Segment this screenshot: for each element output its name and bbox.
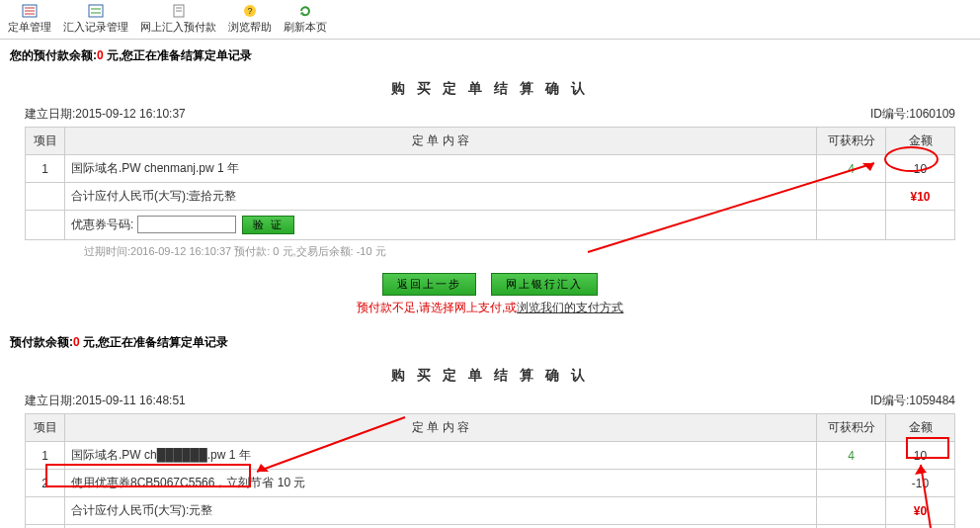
svg-text:?: ? (247, 6, 252, 16)
payment-methods-link[interactable]: 浏览我们的支付方式 (517, 301, 623, 314)
top-nav: 定单管理 汇入记录管理 网上汇入预付款 ? 浏览帮助 刷新本页 (0, 0, 980, 40)
col-content: 定 单 内 容 (65, 128, 817, 155)
nav-refresh[interactable]: 刷新本页 (284, 4, 327, 35)
col-idx: 项目 (26, 128, 65, 155)
balance-bar-2: 预付款余额:0 元,您正在准备结算定单记录 (0, 326, 980, 359)
nav-label: 网上汇入预付款 (140, 20, 216, 35)
order-table-1: 项目 定 单 内 容 可获积分 金额 1 国际域名.PW chenmanj.pw… (25, 127, 955, 240)
col-points: 可获积分 (817, 414, 886, 442)
balance-bar-1: 您的预付款余额:0 元,您正在准备结算定单记录 (0, 40, 980, 72)
col-amount: 金额 (886, 414, 955, 442)
list-icon (22, 4, 38, 18)
table-row: 1 国际域名.PW chenmanj.pw 1 年 4 10 (26, 155, 955, 183)
coupon-label: 优惠券号码: (71, 218, 133, 231)
warning-text: 预付款不足,请选择网上支付,或浏览我们的支付方式 (25, 300, 955, 316)
svg-rect-4 (89, 5, 103, 17)
bank-remit-button[interactable]: 网上银行汇入 (491, 273, 598, 296)
nav-label: 汇入记录管理 (63, 20, 128, 35)
nav-online-remit[interactable]: 网上汇入预付款 (140, 4, 216, 35)
sum-row: 合计应付人民币(大写):元整 ¥0 (26, 497, 955, 525)
nav-orders[interactable]: 定单管理 (8, 4, 51, 35)
table-row: 2 使用优惠券8CB5067C5566，立刻节省 10 元 -10 (26, 470, 955, 497)
coupon-row: 优惠券号码: 验 证 (26, 525, 955, 529)
verify-button[interactable]: 验 证 (242, 216, 294, 234)
col-idx: 项目 (26, 414, 65, 442)
section-title: 购 买 定 单 结 算 确 认 (25, 367, 955, 385)
expiry-info: 过期时间:2016-09-12 16:10:37 预付款: 0 元,交易后余额:… (25, 240, 955, 259)
col-content: 定 单 内 容 (65, 414, 817, 442)
section-title: 购 买 定 单 结 算 确 认 (25, 80, 955, 98)
nav-label: 定单管理 (8, 20, 51, 35)
created-date: 建立日期:2015-09-12 16:10:37 (25, 106, 186, 123)
order-table-2: 项目 定 单 内 容 可获积分 金额 1 国际域名.PW ch██████.pw… (25, 413, 955, 528)
sum-row: 合计应付人民币(大写):壹拾元整 ¥10 (26, 183, 955, 211)
nav-remit-records[interactable]: 汇入记录管理 (63, 4, 128, 35)
nav-label: 浏览帮助 (228, 20, 272, 35)
coupon-input[interactable] (137, 216, 236, 233)
table-row: 1 国际域名.PW ch██████.pw 1 年 4 10 (26, 442, 955, 470)
amount-due: ¥10 (886, 183, 955, 211)
coupon-row: 优惠券号码: 验 证 (26, 211, 955, 240)
amount-due: ¥0 (886, 497, 955, 525)
back-button[interactable]: 返回上一步 (382, 273, 476, 296)
refresh-icon (297, 4, 313, 18)
created-date: 建立日期:2015-09-11 16:48:51 (25, 393, 186, 409)
doc-icon (171, 4, 187, 18)
help-icon: ? (242, 4, 258, 18)
col-points: 可获积分 (817, 128, 886, 155)
col-amount: 金额 (886, 128, 955, 155)
nav-help[interactable]: ? 浏览帮助 (228, 4, 272, 35)
list-icon (88, 4, 104, 18)
order-id: ID编号:1060109 (870, 106, 955, 123)
order-id: ID编号:1059484 (870, 393, 955, 409)
nav-label: 刷新本页 (284, 20, 327, 35)
